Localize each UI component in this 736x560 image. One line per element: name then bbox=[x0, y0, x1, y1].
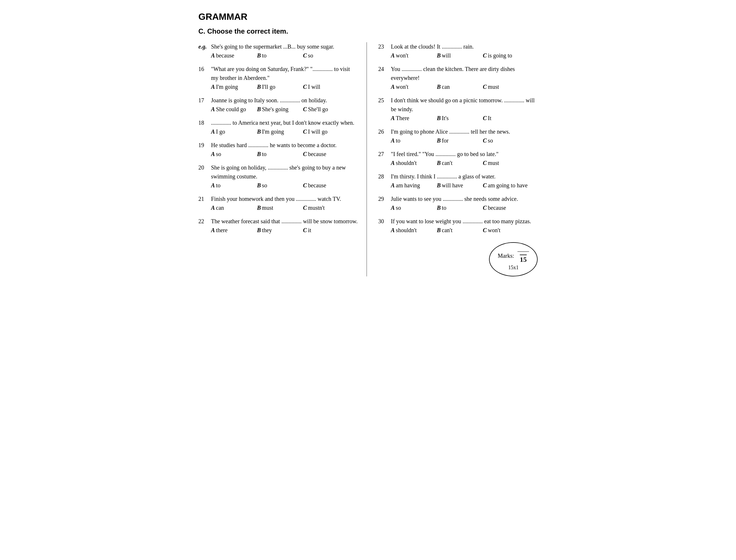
marks-box: Marks: —— 15 15x1 bbox=[379, 242, 538, 276]
q27-option-c: Cmust bbox=[483, 160, 529, 166]
q-num-28: 28 bbox=[379, 172, 389, 181]
q18-option-b: BI'm going bbox=[257, 128, 303, 135]
page-title: GRAMMAR bbox=[198, 11, 538, 22]
q16-option-a: AI'm going bbox=[211, 84, 257, 90]
q21-option-b: Bmust bbox=[257, 205, 303, 211]
q-text-24: You .............. clean the kitchen. Th… bbox=[391, 65, 538, 82]
q-num-29: 29 bbox=[379, 195, 389, 203]
left-questions: 16"What are you doing on Saturday, Frank… bbox=[198, 65, 358, 234]
question-26: 26I'm going to phone Alice .............… bbox=[379, 127, 538, 144]
q30-option-b: Bcan't bbox=[437, 227, 483, 234]
q17-option-c: CShe'll go bbox=[303, 106, 349, 113]
q16-option-c: CI will bbox=[303, 84, 349, 90]
question-22: 22The weather forecast said that .......… bbox=[198, 217, 358, 234]
q30-option-a: Ashouldn't bbox=[391, 227, 437, 234]
q26-option-b: Bfor bbox=[437, 137, 483, 144]
right-column: 23Look at the clouds! It .............. … bbox=[367, 42, 538, 276]
question-23: 23Look at the clouds! It .............. … bbox=[379, 42, 538, 59]
question-27: 27"I feel tired." "You .............. go… bbox=[379, 150, 538, 166]
q20-option-b: Bso bbox=[257, 182, 303, 189]
q24-option-b: Bcan bbox=[437, 84, 483, 90]
q-num-17: 17 bbox=[198, 96, 209, 105]
q-num-26: 26 bbox=[379, 127, 389, 136]
q25-option-c: CIt bbox=[483, 115, 529, 122]
q24-option-a: Awon't bbox=[391, 84, 437, 90]
q21-option-c: Cmustn't bbox=[303, 205, 349, 211]
question-18: 18.............. to America next year, b… bbox=[198, 118, 358, 135]
question-19: 19He studies hard .............. he want… bbox=[198, 141, 358, 157]
q-num-24: 24 bbox=[379, 65, 389, 82]
q-num-16: 16 bbox=[198, 65, 209, 82]
eg-option-a: A because bbox=[211, 52, 257, 59]
q-num-21: 21 bbox=[198, 195, 209, 203]
q22-option-b: Bthey bbox=[257, 227, 303, 234]
q23-option-b: Bwill bbox=[437, 52, 483, 59]
q-num-27: 27 bbox=[379, 150, 389, 159]
question-25: 25I don't think we should go on a picnic… bbox=[379, 96, 538, 122]
question-29: 29Julie wants to see you .............. … bbox=[379, 195, 538, 211]
left-column: e.g. She's going to the supermarket ...B… bbox=[198, 42, 367, 276]
question-20: 20She is going on holiday, .............… bbox=[198, 163, 358, 189]
q25-option-a: AThere bbox=[391, 115, 437, 122]
question-16: 16"What are you doing on Saturday, Frank… bbox=[198, 65, 358, 90]
q19-option-a: Aso bbox=[211, 151, 257, 157]
q-text-21: Finish your homework and then you ......… bbox=[211, 195, 358, 203]
q-num-18: 18 bbox=[198, 118, 209, 127]
q27-option-b: Bcan't bbox=[437, 160, 483, 166]
q-text-26: I'm going to phone Alice .............. … bbox=[391, 127, 538, 136]
q-text-27: "I feel tired." "You .............. go t… bbox=[391, 150, 538, 159]
q28-option-c: Cam going to have bbox=[483, 182, 529, 189]
q-text-28: I'm thirsty. I think I .............. a … bbox=[391, 172, 538, 181]
q26-option-c: Cso bbox=[483, 137, 529, 144]
q19-option-b: Bto bbox=[257, 151, 303, 157]
question-17: 17Joanne is going to Italy soon. .......… bbox=[198, 96, 358, 113]
question-30: 30If you want to lose weight you .......… bbox=[379, 217, 538, 234]
q17-option-b: BShe's going bbox=[257, 106, 303, 113]
q29-option-b: Bto bbox=[437, 205, 483, 211]
q20-option-c: Cbecause bbox=[303, 182, 349, 189]
q-num-22: 22 bbox=[198, 217, 209, 226]
q-text-18: .............. to America next year, but… bbox=[211, 118, 358, 127]
q29-option-a: Aso bbox=[391, 205, 437, 211]
eg-option-c: C so bbox=[303, 52, 349, 59]
q23-option-a: Awon't bbox=[391, 52, 437, 59]
q-num-20: 20 bbox=[198, 163, 209, 181]
q19-option-c: Cbecause bbox=[303, 151, 349, 157]
q24-option-c: Cmust bbox=[483, 84, 529, 90]
q22-option-c: Cit bbox=[303, 227, 349, 234]
marks-label: Marks: bbox=[498, 253, 514, 259]
marks-total: 15 bbox=[520, 255, 527, 263]
q-text-22: The weather forecast said that .........… bbox=[211, 217, 358, 226]
eg-text: She's going to the supermarket ...B... b… bbox=[211, 42, 358, 51]
q-text-29: Julie wants to see you .............. sh… bbox=[391, 195, 538, 203]
q18-option-c: CI will go bbox=[303, 128, 349, 135]
section-title: C. Choose the correct item. bbox=[198, 27, 538, 35]
q22-option-a: Athere bbox=[211, 227, 257, 234]
q-text-19: He studies hard .............. he wants … bbox=[211, 141, 358, 150]
q-text-23: Look at the clouds! It .............. ra… bbox=[391, 42, 538, 51]
q20-option-a: Ato bbox=[211, 182, 257, 189]
q28-option-a: Aam having bbox=[391, 182, 437, 189]
q-num-19: 19 bbox=[198, 141, 209, 150]
q30-option-c: Cwon't bbox=[483, 227, 529, 234]
q-num-30: 30 bbox=[379, 217, 389, 226]
q27-option-a: Ashouldn't bbox=[391, 160, 437, 166]
q-num-25: 25 bbox=[379, 96, 389, 114]
question-28: 28I'm thirsty. I think I .............. … bbox=[379, 172, 538, 189]
q25-option-b: BIt's bbox=[437, 115, 483, 122]
question-24: 24You .............. clean the kitchen. … bbox=[379, 65, 538, 90]
q-text-17: Joanne is going to Italy soon. .........… bbox=[211, 96, 358, 105]
q29-option-c: Cbecause bbox=[483, 205, 529, 211]
eg-question: e.g. She's going to the supermarket ...B… bbox=[198, 42, 358, 59]
q23-option-c: Cis going to bbox=[483, 52, 529, 59]
q-num-23: 23 bbox=[379, 42, 389, 51]
marks-line: —— bbox=[518, 248, 529, 255]
right-questions: 23Look at the clouds! It .............. … bbox=[379, 42, 538, 234]
q-text-30: If you want to lose weight you .........… bbox=[391, 217, 538, 226]
q-text-20: She is going on holiday, .............. … bbox=[211, 163, 358, 181]
q18-option-a: AI go bbox=[211, 128, 257, 135]
eg-options: A because B to C so bbox=[211, 52, 358, 59]
q26-option-a: Ato bbox=[391, 137, 437, 144]
marks-multiplier: 15x1 bbox=[508, 265, 519, 271]
q-text-16: "What are you doing on Saturday, Frank?"… bbox=[211, 65, 358, 82]
